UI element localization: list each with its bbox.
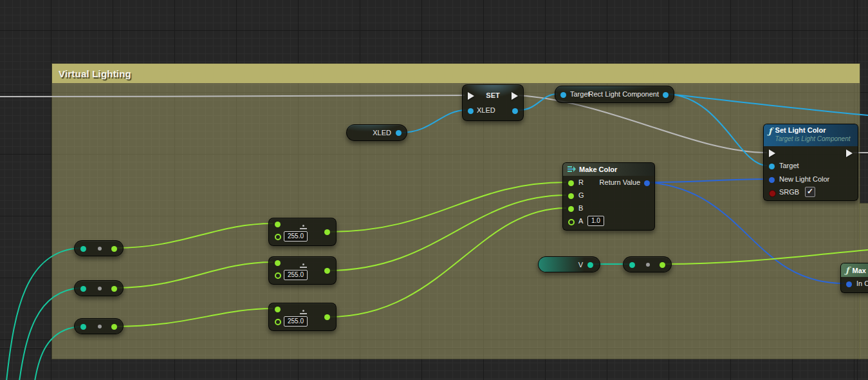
xled-getter-output-pin[interactable] bbox=[396, 130, 402, 136]
divide-value-input[interactable]: 255.0 bbox=[284, 270, 308, 280]
new-light-color-label: New Light Color bbox=[779, 175, 829, 183]
wire-rectlight-to-edge[interactable] bbox=[668, 94, 868, 115]
divide-output-pin[interactable] bbox=[324, 268, 330, 274]
divide-value-input[interactable]: 255.0 bbox=[284, 316, 308, 327]
exec-out-pin[interactable] bbox=[846, 149, 853, 157]
conv-input-pin[interactable] bbox=[80, 246, 86, 252]
wire-byte2-in[interactable] bbox=[19, 288, 80, 380]
xled-output-pin[interactable] bbox=[512, 108, 518, 114]
return-value-label: Return Value bbox=[600, 178, 640, 186]
rect-light-component-label: Rect Light Component bbox=[589, 90, 659, 98]
wire-exec-set-to-setlightcolor[interactable] bbox=[519, 95, 767, 153]
conversion-dot-icon bbox=[98, 247, 102, 251]
wire-divide2-to-g[interactable] bbox=[328, 195, 566, 271]
divide-icon bbox=[300, 310, 307, 314]
conv-output-pin[interactable] bbox=[111, 286, 117, 292]
xled-input-pin[interactable] bbox=[468, 108, 474, 114]
wire-layer bbox=[0, 0, 868, 380]
wire-conv1-to-divide1[interactable] bbox=[116, 223, 273, 248]
node-set-light-color[interactable]: ƒ Set Light Color Target is Light Compon… bbox=[763, 124, 858, 201]
conv-output-pin[interactable] bbox=[111, 246, 117, 252]
divide-input-pin[interactable] bbox=[275, 222, 281, 227]
node-byte-to-float-1[interactable] bbox=[74, 240, 124, 256]
wire-divide3-to-b[interactable] bbox=[328, 208, 566, 317]
node-max[interactable]: ƒ Max ( In Co bbox=[840, 263, 868, 293]
srgb-label: SRGB bbox=[779, 188, 799, 196]
node-byte-to-float-3[interactable] bbox=[74, 318, 124, 334]
function-icon: ƒ bbox=[768, 127, 772, 135]
divide-input-pin[interactable] bbox=[275, 260, 281, 266]
conv-input-pin[interactable] bbox=[629, 262, 635, 268]
a-value-input[interactable]: 1.0 bbox=[587, 216, 604, 226]
make-struct-icon bbox=[568, 166, 576, 174]
wire-conv2-to-divide2[interactable] bbox=[116, 262, 273, 288]
wire-byte3-in[interactable] bbox=[35, 327, 80, 380]
v-getter-label: V bbox=[578, 261, 583, 269]
return-value-pin[interactable] bbox=[644, 180, 650, 186]
b-pin[interactable] bbox=[568, 206, 574, 212]
divide-output-pin[interactable] bbox=[324, 229, 330, 235]
v-getter-output-pin[interactable] bbox=[587, 262, 593, 268]
wire-rectlight-to-slc-target[interactable] bbox=[668, 94, 767, 166]
wire-exec-in-set[interactable] bbox=[0, 95, 465, 97]
target-input-pin[interactable] bbox=[560, 92, 566, 98]
r-label: R bbox=[578, 178, 584, 186]
wire-xled-to-set[interactable] bbox=[400, 110, 466, 133]
conv-output-pin[interactable] bbox=[660, 262, 665, 268]
g-label: G bbox=[578, 191, 584, 199]
set-light-color-title: Set Light Color bbox=[775, 126, 851, 135]
node-set-xled[interactable]: SET XLED bbox=[462, 84, 524, 121]
conv-output-pin[interactable] bbox=[111, 324, 117, 330]
wire-divide1-to-r[interactable] bbox=[328, 182, 566, 232]
r-pin[interactable] bbox=[568, 180, 574, 186]
node-get-xled[interactable]: XLED bbox=[346, 124, 407, 141]
node-make-color[interactable]: Make Color R Return Value G B A 1.0 bbox=[562, 162, 655, 231]
divide-b-pin[interactable] bbox=[275, 272, 281, 279]
set-pin-label: XLED bbox=[477, 106, 495, 114]
divide-b-pin[interactable] bbox=[275, 319, 281, 325]
divide-icon bbox=[300, 225, 307, 229]
divide-b-pin[interactable] bbox=[275, 234, 281, 240]
function-icon: ƒ bbox=[845, 266, 849, 274]
slc-target-label: Target bbox=[779, 162, 799, 169]
slc-target-pin[interactable] bbox=[769, 164, 775, 169]
conv-input-pin[interactable] bbox=[80, 286, 86, 292]
xled-getter-label: XLED bbox=[373, 129, 391, 137]
target-label: Target bbox=[570, 90, 590, 98]
divide-input-pin[interactable] bbox=[275, 307, 281, 312]
conversion-dot-icon bbox=[646, 263, 650, 267]
rect-light-component-output-pin[interactable] bbox=[663, 92, 669, 98]
max-in-color-label: In Co bbox=[856, 280, 868, 287]
wire-byte1-in[interactable] bbox=[6, 248, 80, 380]
max-in-color-pin[interactable] bbox=[846, 281, 852, 287]
set-light-color-subtitle: Target is Light Component bbox=[775, 135, 851, 143]
wire-set-to-target[interactable] bbox=[519, 94, 557, 110]
node-divide-r[interactable]: 255.0 bbox=[268, 218, 337, 246]
g-pin[interactable] bbox=[568, 193, 574, 199]
max-title: Max ( bbox=[853, 267, 868, 274]
a-pin[interactable] bbox=[568, 219, 575, 225]
make-color-title: Make Color bbox=[579, 166, 617, 173]
conversion-dot-icon bbox=[98, 287, 102, 290]
new-light-color-pin[interactable] bbox=[769, 177, 775, 183]
exec-in-pin[interactable] bbox=[769, 149, 775, 157]
node-get-v[interactable]: V bbox=[538, 256, 600, 272]
node-byte-to-float-v[interactable] bbox=[623, 256, 672, 272]
srgb-checkbox[interactable]: ✓ bbox=[805, 187, 815, 197]
a-label: A bbox=[578, 217, 583, 225]
b-label: B bbox=[578, 204, 583, 212]
make-color-header: Make Color bbox=[563, 163, 654, 176]
srgb-pin[interactable] bbox=[769, 190, 776, 197]
wire-conv3-to-divide3[interactable] bbox=[116, 309, 273, 327]
node-byte-to-float-2[interactable] bbox=[74, 280, 124, 296]
set-light-color-header: ƒ Set Light Color Target is Light Compon… bbox=[764, 124, 858, 146]
node-rect-light-component[interactable]: Target Rect Light Component bbox=[555, 86, 674, 103]
max-header: ƒ Max ( bbox=[841, 263, 868, 277]
divide-value-input[interactable]: 255.0 bbox=[284, 231, 308, 242]
wire-makecolor-to-newlightcolor[interactable] bbox=[647, 179, 767, 182]
exec-out-pin[interactable] bbox=[512, 92, 518, 100]
divide-output-pin[interactable] bbox=[324, 314, 330, 320]
node-divide-g[interactable]: 255.0 bbox=[268, 256, 337, 285]
node-divide-b[interactable]: 255.0 bbox=[268, 303, 337, 331]
conv-input-pin[interactable] bbox=[80, 324, 86, 330]
